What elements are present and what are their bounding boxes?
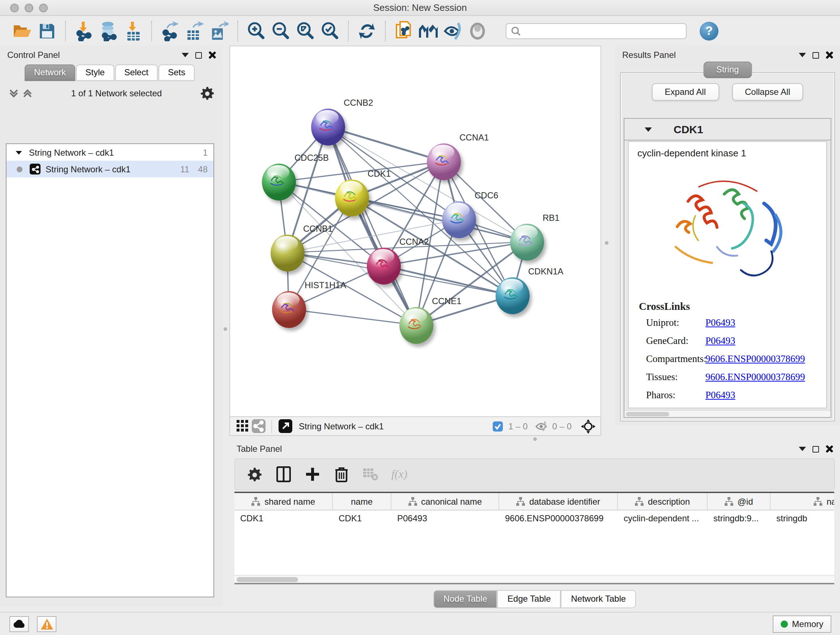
float-panel-icon[interactable] [813,446,819,452]
node-label-ccna2[interactable]: CCNA2 [399,237,429,247]
network-collection-row[interactable]: String Network – cdk1 1 [6,144,213,161]
import-network-database-button[interactable] [96,19,121,43]
network-node-ccne1[interactable] [399,307,433,344]
node-label-ccnb1[interactable]: CCNB1 [303,224,332,234]
network-documents-button[interactable] [392,19,416,43]
tab-edge-table[interactable]: Edge Table [497,590,561,608]
network-row-selected[interactable]: String Network – cdk1 11 48 [6,161,213,177]
crosslink-link[interactable]: 9606.ENSP00000378699 [706,371,805,383]
node-label-cdk1[interactable]: CDK1 [368,169,391,179]
column-header-shared-name[interactable]: shared name [234,493,333,510]
crosslink-link[interactable]: P06493 [706,335,736,347]
network-node-cdk1[interactable] [335,179,369,216]
float-panel-icon[interactable] [813,52,819,58]
panel-menu-icon[interactable] [799,447,806,451]
function-builder-button-disabled[interactable]: f(x) [390,465,409,484]
tab-node-table[interactable]: Node Table [433,590,497,608]
zoom-in-button[interactable] [244,19,268,43]
float-panel-icon[interactable] [195,52,202,58]
left-splitter-handle[interactable] [224,327,227,331]
gear-icon[interactable] [201,86,214,100]
node-label-ccna1[interactable]: CCNA1 [459,133,489,143]
search-box[interactable] [506,23,687,39]
expand-all-button[interactable]: Expand All [652,83,719,101]
network-node-hist1h1a[interactable] [272,291,306,328]
memory-button[interactable]: Memory [772,616,831,633]
import-table-button[interactable] [121,19,145,43]
results-horizontal-scrollbar[interactable] [624,410,831,417]
hidden-eye-icon[interactable] [534,419,549,433]
table-settings-button[interactable] [245,465,264,484]
panel-menu-icon[interactable] [799,53,806,57]
node-label-cdc6[interactable]: CDC6 [475,190,498,201]
tab-network[interactable]: Network [25,65,75,81]
zoom-selected-button[interactable] [317,19,342,43]
tab-style[interactable]: Style [76,65,114,81]
scrollbar-thumb[interactable] [237,577,298,582]
tab-string[interactable]: String [703,62,752,78]
delete-column-button[interactable] [332,465,351,484]
network-node-ccnb2[interactable] [311,108,345,145]
protein-section-header[interactable]: CDK1 [624,119,831,141]
cell-canonical-name[interactable]: P06493 [392,510,499,528]
export-image-button[interactable] [207,19,232,43]
apply-preferred-layout-button[interactable] [355,19,379,43]
network-edge-ccnb2-ccne1[interactable] [328,127,416,325]
network-edge-ccnb2-ccna1[interactable] [328,127,444,162]
graphics-details-disabled-button[interactable] [465,19,490,43]
network-node-rb1[interactable] [510,223,544,260]
cloud-status-button[interactable] [9,616,29,632]
close-panel-icon[interactable] [826,445,833,453]
tab-sets[interactable]: Sets [158,65,195,81]
table-horizontal-scrollbar[interactable] [234,575,834,583]
network-edge-ccna2-cdkn1a[interactable] [384,266,512,295]
hide-graphics-details-button[interactable] [441,19,465,43]
collapse-section-icon[interactable] [645,127,652,131]
tab-select[interactable]: Select [115,65,158,81]
right-splitter-handle[interactable] [605,241,608,245]
network-node-cdkn1a[interactable] [495,277,529,314]
share-view-button[interactable] [250,419,266,433]
network-node-ccna1[interactable] [426,143,461,180]
tab-network-table[interactable]: Network Table [561,590,636,608]
close-panel-icon[interactable] [826,51,833,59]
cell-namespace[interactable]: stringdb [771,510,834,528]
network-node-ccna2[interactable] [366,247,401,284]
grid-view-button[interactable] [234,419,250,433]
save-session-button[interactable] [35,19,59,43]
tree-expand-icon[interactable] [16,150,22,154]
bottom-splitter-handle[interactable] [533,437,537,441]
node-label-hist1h1a[interactable]: HIST1H1A [305,280,346,290]
import-network-file-button[interactable] [72,19,96,43]
network-node-ccnb1[interactable] [270,234,304,271]
column-header-description[interactable]: description [618,493,707,510]
node-label-ccnb2[interactable]: CCNB2 [344,98,373,108]
birds-eye-view-button[interactable] [416,19,441,43]
node-label-cdkn1a[interactable]: CDKN1A [528,266,563,277]
zoom-out-button[interactable] [268,19,293,43]
node-label-ccne1[interactable]: CCNE1 [432,296,461,306]
table-row[interactable]: CDK1CDK1P064939606.ENSP00000378699cyclin… [234,510,834,528]
network-node-cdc6[interactable] [442,201,476,238]
warnings-button[interactable] [37,616,57,632]
expand-all-networks-icon[interactable] [10,89,19,97]
delete-table-button-disabled[interactable] [361,465,380,484]
select-columns-button[interactable] [274,465,293,484]
panel-menu-icon[interactable] [182,53,189,57]
collapse-all-networks-icon[interactable] [24,89,33,97]
open-view-button[interactable] [277,419,293,433]
close-panel-icon[interactable] [208,51,216,59]
collapse-all-button[interactable]: Collapse All [732,83,803,101]
help-button[interactable]: ? [699,22,718,41]
node-label-rb1[interactable]: RB1 [543,213,560,223]
crosslink-link[interactable]: 9606.ENSP00000378699 [706,353,805,365]
crosslink-link[interactable]: P06493 [706,390,736,401]
column-header-at-id[interactable]: @id [707,493,771,510]
zoom-fit-button[interactable] [293,19,317,43]
network-edge-hist1h1a-ccne1[interactable] [289,309,416,325]
search-input[interactable] [521,26,682,36]
open-session-button[interactable] [10,19,35,43]
column-header-database-identifier[interactable]: database identifier [499,493,618,510]
export-network-button[interactable] [158,19,182,43]
scrollbar-thumb[interactable] [626,412,669,416]
